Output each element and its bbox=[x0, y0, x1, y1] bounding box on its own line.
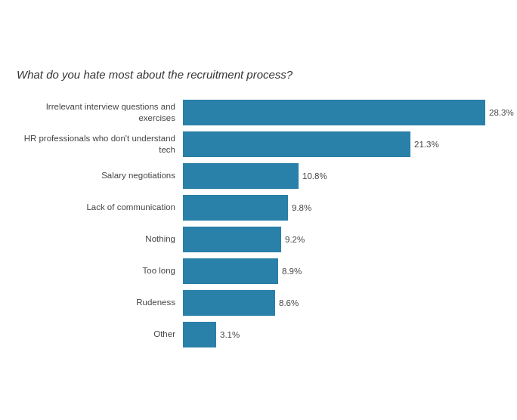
bar-fill bbox=[183, 131, 410, 157]
bar-track: 28.3% bbox=[183, 99, 514, 126]
bar-value: 10.8% bbox=[302, 171, 327, 181]
bar-label: Irrelevant interview questions and exerc… bbox=[17, 101, 183, 124]
bar-value: 8.9% bbox=[282, 267, 302, 276]
bar-track: 3.1% bbox=[183, 321, 500, 348]
bar-track: 10.8% bbox=[183, 162, 500, 190]
bar-row: HR professionals who don't understand te… bbox=[17, 131, 500, 158]
chart-container: What do you hate most about the recruitm… bbox=[9, 53, 508, 368]
bar-label: Nothing bbox=[17, 233, 183, 245]
bar-value: 21.3% bbox=[414, 140, 439, 149]
bar-row: Irrelevant interview questions and exerc… bbox=[17, 99, 500, 126]
bar-row: Other3.1% bbox=[17, 321, 500, 348]
bar-track: 9.8% bbox=[183, 194, 500, 221]
bar-fill bbox=[183, 195, 288, 221]
bar-label: Lack of communication bbox=[17, 202, 183, 213]
bar-label: Too long bbox=[17, 265, 183, 276]
bar-row: Nothing9.2% bbox=[17, 226, 500, 253]
bar-track: 21.3% bbox=[183, 131, 500, 158]
bar-label: Salary negotiations bbox=[17, 170, 183, 181]
bar-value: 8.6% bbox=[279, 298, 299, 307]
bar-fill bbox=[183, 227, 281, 252]
bar-label: Rudeness bbox=[17, 297, 183, 308]
bar-fill bbox=[183, 290, 275, 316]
bar-fill bbox=[183, 258, 278, 284]
bar-row: Too long8.9% bbox=[17, 258, 500, 285]
bar-label: HR professionals who don't understand te… bbox=[17, 133, 183, 156]
bar-track: 9.2% bbox=[183, 226, 500, 253]
bar-fill bbox=[183, 163, 299, 189]
bar-value: 9.8% bbox=[292, 203, 311, 212]
chart-area: Irrelevant interview questions and exerc… bbox=[17, 99, 500, 353]
bar-track: 8.9% bbox=[183, 258, 500, 285]
bar-label: Other bbox=[17, 329, 183, 340]
bar-fill bbox=[183, 100, 485, 125]
bar-row: Lack of communication9.8% bbox=[17, 194, 500, 221]
bar-value: 3.1% bbox=[220, 330, 240, 339]
bar-row: Rudeness8.6% bbox=[17, 289, 500, 317]
bar-track: 8.6% bbox=[183, 289, 500, 317]
bar-value: 28.3% bbox=[489, 108, 514, 117]
bar-row: Salary negotiations10.8% bbox=[17, 162, 500, 190]
bar-fill bbox=[183, 322, 216, 347]
bar-value: 9.2% bbox=[285, 235, 305, 244]
chart-title: What do you hate most about the recruitm… bbox=[17, 68, 500, 81]
